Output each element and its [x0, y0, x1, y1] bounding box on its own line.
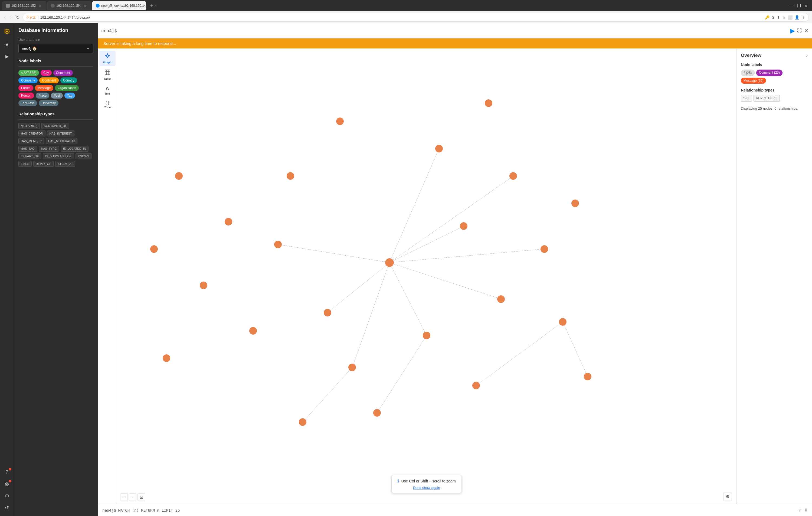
graph-node-9[interactable]	[348, 364, 356, 371]
rel-type-has-member[interactable]: HAS_MEMBER	[19, 138, 44, 144]
sidebar-item-help[interactable]: ?	[2, 467, 12, 477]
rel-type-likes[interactable]: LIKES	[19, 161, 32, 167]
tab-2-close[interactable]: ✕	[82, 3, 88, 8]
graph-node-5[interactable]	[510, 172, 517, 180]
graph-node-0[interactable]	[435, 145, 443, 152]
zoom-out-button[interactable]: −	[129, 493, 137, 501]
split-icon[interactable]: ⬜	[788, 15, 792, 20]
table-view-button[interactable]: Table	[99, 67, 116, 83]
sidebar-item-undo[interactable]: ↺	[2, 503, 12, 513]
tab-1-close[interactable]: ✕	[37, 3, 43, 8]
dont-show-again-link[interactable]: Don't show again	[413, 486, 440, 490]
rel-type-is-located-in[interactable]: IS_LOCATED_IN	[61, 146, 88, 152]
translate-icon[interactable]: G	[772, 15, 775, 20]
query-close-button[interactable]: ✕	[804, 28, 809, 34]
graph-node-1[interactable]	[274, 241, 282, 248]
overview-label----25-[interactable]: * (25)	[741, 69, 755, 76]
node-label-post[interactable]: Post	[51, 93, 63, 98]
rel-type---1-477-965-[interactable]: *(1,477,965)	[19, 123, 40, 129]
node-label-forum[interactable]: Forum	[19, 85, 33, 91]
node-label---327-588-[interactable]: *(327,588)	[19, 70, 39, 76]
node-label-organisation[interactable]: Organisation	[55, 85, 79, 91]
graph-node-22[interactable]	[336, 117, 344, 125]
restore-icon[interactable]: ❐	[797, 3, 801, 8]
back-button[interactable]: ‹	[3, 14, 7, 21]
zoom-fit-button[interactable]: ⊡	[138, 493, 145, 501]
node-label-comment[interactable]: Comment	[53, 70, 73, 76]
tab-3[interactable]: neo4j@neo4j://192.168.120.144:... ✕	[92, 1, 146, 10]
rel-type-knows[interactable]: KNOWS	[76, 153, 92, 159]
graph-node-10[interactable]	[249, 327, 257, 335]
rel-type-has-type[interactable]: HAS_TYPE	[39, 146, 59, 152]
sidebar-item-favorites[interactable]: ★	[2, 39, 12, 49]
node-label-person[interactable]: Person	[19, 93, 34, 98]
prev-query-download-icon[interactable]: ⬇	[804, 508, 808, 513]
overview-label-comment--25-[interactable]: Comment (25)	[756, 69, 783, 76]
prev-query-star-icon[interactable]: ☆	[798, 508, 802, 513]
sidebar-item-user-error[interactable]: ⊗	[2, 479, 12, 489]
graph-node-11[interactable]	[200, 282, 207, 289]
node-label-message[interactable]: Message	[35, 85, 54, 91]
graph-node-16[interactable]	[472, 382, 480, 389]
overview-label-message--25-[interactable]: Message (25)	[741, 78, 766, 84]
graph-node-6[interactable]	[541, 245, 548, 253]
text-view-button[interactable]: A Text	[99, 84, 116, 97]
rel-type-is-part-of[interactable]: IS_PART_OF	[19, 153, 41, 159]
node-label-country[interactable]: Country	[60, 78, 77, 83]
graph-node-21[interactable]	[175, 172, 183, 180]
graph-node-13[interactable]	[287, 172, 294, 180]
graph-canvas[interactable]: ℹ Use Ctrl or Shift + scroll to zoom Don…	[117, 49, 736, 504]
sidebar-item-settings[interactable]: ⚙	[2, 491, 12, 501]
node-label-city[interactable]: City	[40, 70, 52, 76]
new-tab-button[interactable]: +	[148, 3, 155, 9]
graph-node-14[interactable]	[559, 318, 567, 326]
overview-rel-reply-of--8-[interactable]: REPLY_OF (8)	[754, 95, 780, 102]
rel-type-has-tag[interactable]: HAS_TAG	[19, 146, 37, 152]
rel-type-study-at[interactable]: STUDY_AT	[55, 161, 76, 167]
node-label-place[interactable]: Place	[36, 93, 49, 98]
graph-node-18[interactable]	[299, 418, 307, 426]
query-expand-button[interactable]: ⛶	[797, 28, 802, 34]
rel-type-is-subclass-of[interactable]: IS_SUBCLASS_OF	[43, 153, 74, 159]
reload-button[interactable]: ↻	[15, 14, 21, 21]
graph-node-17[interactable]	[373, 409, 381, 417]
node-label-tagclass[interactable]: TagClass	[19, 100, 37, 106]
bookmark-icon[interactable]: ☆	[782, 15, 786, 20]
node-label-university[interactable]: University	[39, 100, 58, 106]
sidebar-item-guide[interactable]: ▶	[2, 52, 12, 61]
menu-icon[interactable]: ⋮	[802, 15, 805, 20]
forward-button[interactable]: ›	[9, 14, 12, 21]
rel-type-has-creator[interactable]: HAS_CREATOR	[19, 131, 46, 137]
rel-type-has-moderator[interactable]: HAS_MODERATOR	[46, 138, 78, 144]
tab-2[interactable]: 192.168.120.154 ✕	[47, 1, 91, 10]
share-icon[interactable]: ⬆	[777, 15, 780, 20]
graph-node-12[interactable]	[225, 218, 232, 226]
node-label-continent[interactable]: Continent	[39, 78, 58, 83]
rel-type-has-interest[interactable]: HAS_INTEREST	[47, 131, 75, 137]
graph-node-20[interactable]	[150, 245, 158, 253]
profile-icon[interactable]: 👤	[795, 15, 799, 20]
graph-node-8[interactable]	[423, 332, 430, 339]
overview-expand-icon[interactable]: ›	[806, 53, 808, 58]
graph-view-button[interactable]: Graph	[99, 51, 116, 66]
graph-node-23[interactable]	[485, 99, 492, 107]
graph-node-2[interactable]	[324, 309, 331, 316]
tab-1[interactable]: 192.168.120.152 ✕	[2, 1, 47, 10]
node-label-company[interactable]: Company	[19, 78, 38, 83]
graph-node-24[interactable]	[571, 200, 579, 207]
graph-node-19[interactable]	[163, 354, 170, 362]
minimize-icon[interactable]: —	[789, 3, 794, 8]
code-view-button[interactable]: { } Code	[99, 98, 116, 111]
graph-node-15[interactable]	[584, 373, 591, 380]
query-run-button[interactable]: ▶	[790, 27, 795, 34]
db-select[interactable]: neo4j 🏠 ▼	[19, 44, 93, 53]
graph-node-4[interactable]	[460, 222, 467, 230]
overview-rel----8-[interactable]: * (8)	[741, 95, 752, 102]
rel-type-container-of[interactable]: CONTAINER_OF	[41, 123, 69, 129]
url-bar[interactable]: 不安全 | 192.168.120.144:7474/browser/ 🔑 G …	[23, 13, 809, 22]
graph-node-3[interactable]	[385, 258, 394, 267]
zoom-in-button[interactable]: +	[120, 493, 128, 501]
graph-settings-button[interactable]: ⚙	[723, 492, 732, 501]
rel-type-reply-of[interactable]: REPLY_OF	[33, 161, 54, 167]
close-icon[interactable]: ✕	[804, 3, 808, 8]
